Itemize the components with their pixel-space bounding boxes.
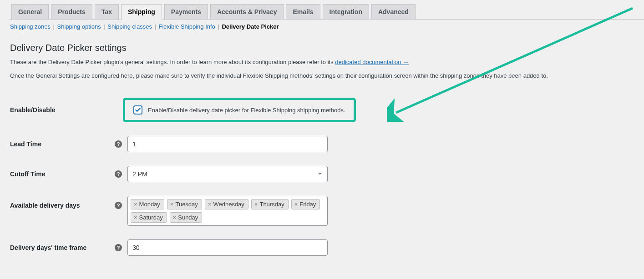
subnav-shipping-options[interactable]: Shipping options	[57, 23, 101, 30]
documentation-link[interactable]: dedicated documentation →	[335, 59, 409, 65]
enable-checkbox[interactable]	[133, 105, 142, 115]
tag-label: Wednesday	[213, 201, 244, 208]
enable-disable-label: Enable/Disable	[10, 91, 115, 129]
help-icon[interactable]: ?	[115, 244, 122, 251]
tab-products[interactable]: Products	[51, 4, 92, 20]
tag-label: Saturday	[139, 214, 163, 221]
check-icon	[135, 107, 141, 113]
tag-label: Thursday	[259, 201, 284, 208]
time-frame-label: Delivery days' time frame	[10, 233, 115, 263]
cutoff-time-select[interactable]: 2 PM	[127, 166, 328, 182]
separator: |	[103, 23, 105, 30]
remove-tag-icon[interactable]: ×	[170, 201, 174, 208]
subnav-shipping-zones[interactable]: Shipping zones	[10, 23, 51, 30]
day-tag-thursday[interactable]: ×Thursday	[251, 199, 289, 209]
cutoff-time-value: 2 PM	[132, 170, 147, 178]
enable-checkbox-wrap[interactable]: Enable/Disable delivery date picker for …	[133, 105, 345, 115]
settings-form: Enable/Disable Enable/Disable delivery d…	[10, 91, 634, 263]
remove-tag-icon[interactable]: ×	[294, 201, 298, 208]
remove-tag-icon[interactable]: ×	[134, 201, 137, 208]
section-description-1: These are the Delivery Date Picker plugi…	[10, 58, 634, 67]
time-frame-input[interactable]	[127, 239, 328, 256]
tab-payments[interactable]: Payments	[164, 4, 208, 20]
desc-text: These are the Delivery Date Picker plugi…	[10, 59, 335, 65]
section-description-2: Once the General Settings are configured…	[10, 71, 634, 80]
day-tag-saturday[interactable]: ×Saturday	[131, 212, 167, 223]
day-tag-monday[interactable]: ×Monday	[131, 199, 164, 209]
tab-accounts-privacy[interactable]: Accounts & Privacy	[210, 4, 284, 20]
separator: |	[218, 23, 219, 30]
tag-label: Tuesday	[175, 201, 198, 208]
remove-tag-icon[interactable]: ×	[134, 214, 137, 221]
day-tag-sunday[interactable]: ×Sunday	[170, 212, 203, 223]
day-tag-wednesday[interactable]: ×Wednesday	[205, 199, 248, 209]
enable-checkbox-label: Enable/Disable delivery date picker for …	[148, 107, 345, 114]
chevron-down-icon	[317, 170, 323, 178]
help-icon[interactable]: ?	[115, 140, 122, 148]
settings-tabs: General Products Tax Shipping Payments A…	[9, 0, 644, 20]
tag-label: Monday	[139, 201, 160, 208]
tab-advanced[interactable]: Advanced	[371, 4, 416, 20]
tab-tax[interactable]: Tax	[95, 4, 119, 20]
tab-emails[interactable]: Emails	[286, 4, 320, 20]
tab-shipping[interactable]: Shipping	[121, 4, 162, 20]
help-icon[interactable]: ?	[115, 170, 122, 178]
separator: |	[155, 23, 156, 30]
tag-label: Friday	[299, 201, 316, 208]
enable-highlight-box: Enable/Disable delivery date picker for …	[123, 98, 356, 122]
day-tag-tuesday[interactable]: ×Tuesday	[167, 199, 202, 209]
subnav-delivery-date-picker[interactable]: Delivery Date Picker	[222, 23, 279, 30]
lead-time-input[interactable]	[127, 136, 328, 152]
page-title: Delivery Date Picker settings	[10, 43, 634, 53]
available-days-multiselect[interactable]: ×Monday ×Tuesday ×Wednesday ×Thursday ×F…	[127, 196, 328, 226]
remove-tag-icon[interactable]: ×	[254, 201, 258, 208]
shipping-subnav: Shipping zones | Shipping options | Ship…	[10, 23, 644, 30]
day-tag-friday[interactable]: ×Friday	[291, 199, 320, 209]
remove-tag-icon[interactable]: ×	[173, 214, 177, 221]
settings-content: Delivery Date Picker settings These are …	[0, 43, 644, 263]
lead-time-label: Lead Time	[10, 129, 115, 159]
remove-tag-icon[interactable]: ×	[208, 201, 212, 208]
tab-general[interactable]: General	[11, 4, 49, 20]
tag-label: Sunday	[178, 214, 198, 221]
separator: |	[53, 23, 55, 30]
available-days-label: Available delivery days	[10, 189, 115, 233]
tab-integration[interactable]: Integration	[323, 4, 369, 20]
subnav-shipping-classes[interactable]: Shipping classes	[107, 23, 152, 30]
help-icon[interactable]: ?	[115, 202, 122, 209]
subnav-flexible-shipping-info[interactable]: Flexible Shipping Info	[159, 23, 215, 30]
cutoff-time-label: Cutoff Time	[10, 159, 115, 189]
